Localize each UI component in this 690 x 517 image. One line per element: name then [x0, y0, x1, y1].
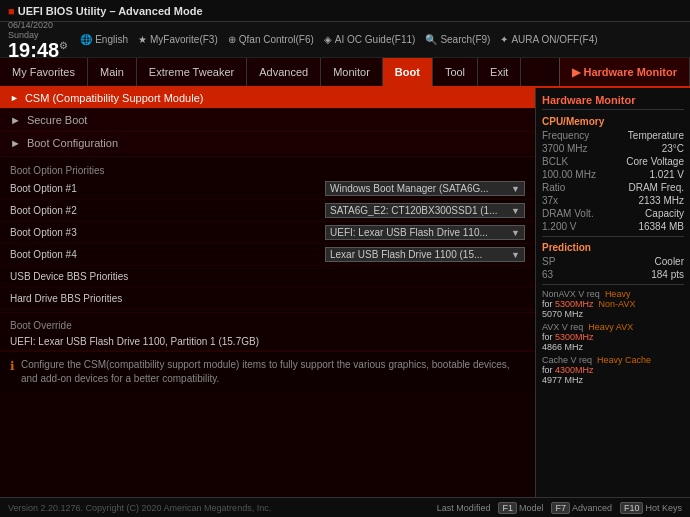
dramfreq-label: DRAM Freq.	[628, 182, 684, 193]
pred-avx-label: AVX V req Heavy AVX	[542, 322, 684, 332]
favorite-icon: ★	[138, 34, 147, 45]
boot-priorities-label: Boot Option Priorities	[0, 159, 535, 178]
bclk-corevolt-header: BCLK Core Voltage	[542, 156, 684, 167]
cpu-memory-title: CPU/Memory	[542, 116, 684, 127]
boot-override-item[interactable]: UEFI: Lexar USB Flash Drive 1100, Partit…	[0, 333, 535, 351]
tab-exit[interactable]: Exit	[478, 58, 521, 86]
sp-value: 63	[542, 269, 553, 280]
boot-option-3-select[interactable]: UEFI: Lexar USB Flash Drive 110... ▼	[325, 225, 525, 240]
settings-icon[interactable]: ⚙	[59, 40, 68, 51]
prediction-title: Prediction	[542, 242, 684, 253]
boot-option-2-label: Boot Option #2	[10, 205, 325, 216]
day-label: Sunday	[8, 30, 68, 40]
datetime-block: 06/14/2020 Sunday 19:48 ⚙	[8, 20, 68, 60]
cooler-value: 184 pts	[651, 269, 684, 280]
hotkeys-bar: F1 Model F7 Advanced F10 Hot Keys	[498, 502, 682, 514]
f10-key-item[interactable]: F10 Hot Keys	[620, 502, 682, 514]
hw-monitor-panel: Hardware Monitor CPU/Memory Frequency Te…	[535, 88, 690, 497]
boot-config-arrow-icon: ►	[10, 137, 21, 149]
pred-nonavx-freq: for 5300MHz Non-AVX	[542, 299, 684, 309]
usb-priorities-row[interactable]: USB Device BBS Priorities	[0, 266, 535, 288]
boot-option-3-row: Boot Option #3 UEFI: Lexar USB Flash Dri…	[0, 222, 535, 244]
f10-label: Hot Keys	[645, 503, 682, 513]
pred-avx-freq: for 5300MHz	[542, 332, 684, 342]
top-bar: ■ UEFI BIOS Utility – Advanced Mode	[0, 0, 690, 22]
boot-option-1-select[interactable]: Windows Boot Manager (SATA6G... ▼	[325, 181, 525, 196]
f7-key-item[interactable]: F7 Advanced	[551, 502, 612, 514]
ratio-dramfreq-values: 37x 2133 MHz	[542, 195, 684, 206]
last-modified-label: Last Modified	[437, 503, 491, 513]
f1-label: Model	[519, 503, 544, 513]
secure-boot-section[interactable]: ► Secure Boot	[0, 108, 535, 131]
boot-option-4-row: Boot Option #4 Lexar USB Flash Drive 110…	[0, 244, 535, 266]
pred-avx-row: AVX V req Heavy AVX for 5300MHz 4866 MHz	[542, 322, 684, 352]
csm-section-label: CSM (Compatibility Support Module)	[25, 92, 204, 104]
nav-bar: My Favorites Main Extreme Tweaker Advanc…	[0, 58, 690, 88]
pred-cache-row: Cache V req Heavy Cache for 4300MHz 4977…	[542, 355, 684, 385]
ratio-value: 37x	[542, 195, 558, 206]
dramvolt-label: DRAM Volt.	[542, 208, 594, 219]
temp-label: Temperature	[628, 130, 684, 141]
pred-nonavx-label: NonAVX V req Heavy	[542, 289, 684, 299]
sp-label: SP	[542, 256, 555, 267]
time-display: 19:48	[8, 40, 59, 60]
aioc-button[interactable]: ◈ AI OC Guide(F11)	[324, 34, 416, 45]
aioc-icon: ◈	[324, 34, 332, 45]
search-button[interactable]: 🔍 Search(F9)	[425, 34, 490, 45]
cap-label: Capacity	[645, 208, 684, 219]
search-label: Search(F9)	[440, 34, 490, 45]
hw-divider-2	[542, 284, 684, 285]
ratio-label: Ratio	[542, 182, 565, 193]
temp-value: 23°C	[662, 143, 684, 154]
boot-option-1-value: Windows Boot Manager (SATA6G...	[330, 183, 489, 194]
dramvolt-cap-header: DRAM Volt. Capacity	[542, 208, 684, 219]
aura-button[interactable]: ✦ AURA ON/OFF(F4)	[500, 34, 597, 45]
tab-monitor[interactable]: Monitor	[321, 58, 383, 86]
freq-temp-header: Frequency Temperature	[542, 130, 684, 141]
f7-key[interactable]: F7	[551, 502, 570, 514]
tab-main[interactable]: Main	[88, 58, 137, 86]
hdd-priorities-row[interactable]: Hard Drive BBS Priorities	[0, 288, 535, 310]
language-button[interactable]: 🌐 English	[80, 34, 128, 45]
pred-cache-val: 4977 MHz	[542, 375, 684, 385]
dropdown-arrow-2-icon: ▼	[511, 206, 520, 216]
ratio-dramfreq-header: Ratio DRAM Freq.	[542, 182, 684, 193]
dropdown-arrow-3-icon: ▼	[511, 228, 520, 238]
f1-key[interactable]: F1	[498, 502, 517, 514]
corevolt-label: Core Voltage	[626, 156, 684, 167]
tab-boot[interactable]: Boot	[383, 58, 433, 86]
info-text-area: ℹ Configure the CSM(compatibility suppor…	[0, 351, 535, 392]
dropdown-arrow-4-icon: ▼	[511, 250, 520, 260]
dramfreq-value: 2133 MHz	[638, 195, 684, 206]
tab-hw-monitor[interactable]: ▶ Hardware Monitor	[559, 58, 690, 86]
dramvolt-value: 1.200 V	[542, 221, 576, 232]
qfan-button[interactable]: ⊕ Qfan Control(F6)	[228, 34, 314, 45]
aura-icon: ✦	[500, 34, 508, 45]
boot-config-label: Boot Configuration	[27, 137, 118, 149]
sp-cooler-row: SP Cooler	[542, 256, 684, 267]
csm-section-header[interactable]: ► CSM (Compatibility Support Module)	[0, 88, 535, 108]
boot-option-2-row: Boot Option #2 SATA6G_E2: CT120BX300SSD1…	[0, 200, 535, 222]
pred-nonavx-val: 5070 MHz	[542, 309, 684, 319]
app-title: ■ UEFI BIOS Utility – Advanced Mode	[8, 5, 203, 17]
tab-extreme-tweaker[interactable]: Extreme Tweaker	[137, 58, 247, 86]
freq-label: Frequency	[542, 130, 589, 141]
tab-tool[interactable]: Tool	[433, 58, 478, 86]
bclk-value: 100.00 MHz	[542, 169, 596, 180]
dramvolt-cap-values: 1.200 V 16384 MB	[542, 221, 684, 232]
main-content: ► CSM (Compatibility Support Module) ► S…	[0, 88, 690, 497]
boot-option-4-select[interactable]: Lexar USB Flash Drive 1100 (15... ▼	[325, 247, 525, 262]
tab-advanced[interactable]: Advanced	[247, 58, 321, 86]
boot-option-2-select[interactable]: SATA6G_E2: CT120BX300SSD1 (1... ▼	[325, 203, 525, 218]
f1-key-item[interactable]: F1 Model	[498, 502, 543, 514]
qfan-icon: ⊕	[228, 34, 236, 45]
tab-my-favorites[interactable]: My Favorites	[0, 58, 88, 86]
boot-option-2-value: SATA6G_E2: CT120BX300SSD1 (1...	[330, 205, 498, 216]
secure-boot-label: Secure Boot	[27, 114, 88, 126]
f7-label: Advanced	[572, 503, 612, 513]
boot-option-3-label: Boot Option #3	[10, 227, 325, 238]
boot-config-section[interactable]: ► Boot Configuration	[0, 131, 535, 154]
myfavorite-button[interactable]: ★ MyFavorite(F3)	[138, 34, 218, 45]
f10-key[interactable]: F10	[620, 502, 644, 514]
sp-cooler-values: 63 184 pts	[542, 269, 684, 280]
